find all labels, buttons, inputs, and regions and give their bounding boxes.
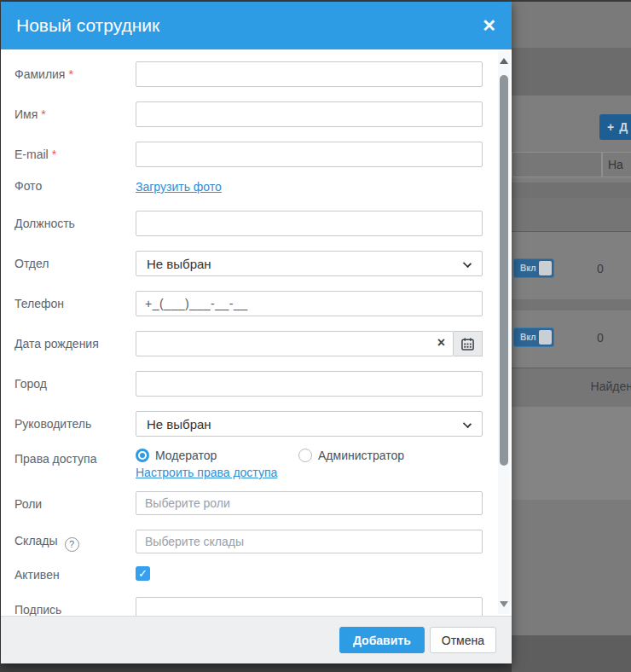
signature-label: Подпись <box>14 603 61 616</box>
department-label: Отдел <box>14 257 49 270</box>
calendar-icon <box>461 338 474 350</box>
warehouses-label: Склады? <box>14 534 79 552</box>
found-count-label: Найден <box>591 379 631 393</box>
field-row-birth-date: Дата рождения × <box>1 331 512 356</box>
department-selected-value: Не выбран <box>147 257 211 271</box>
toggle-knob <box>539 330 552 345</box>
radio-administrator-label[interactable]: Администратор <box>318 449 404 462</box>
help-icon[interactable]: ? <box>65 537 79 552</box>
field-row-position: Должность <box>1 211 512 236</box>
toggle-knob <box>539 261 552 275</box>
roles-input[interactable] <box>136 491 483 515</box>
scroll-down-icon[interactable] <box>500 601 508 607</box>
row-divider <box>512 299 631 310</box>
field-row-city: Город <box>1 371 512 397</box>
table-footer-row: Найден <box>512 368 631 407</box>
field-row-warehouses: Склады? <box>1 530 512 553</box>
field-row-photo: Фото Загрузить фото <box>1 177 512 196</box>
department-select[interactable]: Не выбран <box>136 251 483 276</box>
birth-date-label: Дата рождения <box>14 337 99 350</box>
chevron-down-icon <box>463 420 472 428</box>
radio-administrator[interactable] <box>298 449 312 462</box>
email-input[interactable] <box>136 142 483 167</box>
photo-label: Фото <box>14 179 42 193</box>
backdrop-band <box>512 407 631 500</box>
close-icon[interactable]: ✕ <box>482 17 496 34</box>
first-name-input[interactable] <box>136 101 483 127</box>
modal-footer: Добавить Отмена <box>1 616 512 663</box>
filter-cell-label: На <box>608 158 623 171</box>
phone-input[interactable] <box>136 291 483 316</box>
position-input[interactable] <box>136 211 483 236</box>
birth-date-input[interactable] <box>136 331 454 356</box>
first-name-label: Имя* <box>14 107 46 121</box>
last-name-label: Фамилия* <box>14 67 73 81</box>
upload-photo-link[interactable]: Загрузить фото <box>136 180 222 194</box>
signature-input[interactable] <box>136 597 483 616</box>
field-row-access-rights: Права доступа Модератор Администратор На… <box>1 448 512 482</box>
scrollbar-thumb[interactable] <box>500 75 508 466</box>
add-employee-button-dimmed[interactable]: + Д <box>599 114 631 140</box>
city-label: Город <box>14 377 47 391</box>
field-row-first-name: Имя* <box>1 101 512 127</box>
plus-icon: + <box>607 120 614 134</box>
field-row-manager: Руководитель Не выбран <box>1 411 512 437</box>
modal-title: Новый сотрудник <box>16 15 159 36</box>
backdrop-band <box>512 500 631 635</box>
new-employee-modal: Новый сотрудник ✕ Фамилия* Имя* E-mail* … <box>1 2 512 663</box>
check-icon: ✓ <box>138 567 148 580</box>
backdrop-band <box>512 635 631 672</box>
modal-scrollbar[interactable] <box>498 51 510 614</box>
manager-select[interactable]: Не выбран <box>136 411 483 437</box>
manager-label: Руководитель <box>14 417 91 431</box>
page-backdrop: + Д На Активен Сортир Вкл 0 Вкл 0 Найден <box>512 0 631 672</box>
field-row-email: E-mail* <box>1 142 512 167</box>
modal-header: Новый сотрудник ✕ <box>1 2 512 49</box>
table-header-row: Активен Сортир <box>512 198 631 232</box>
sort-value: 0 <box>597 262 604 275</box>
backdrop-separator-band <box>512 182 631 198</box>
calendar-button[interactable] <box>454 331 483 356</box>
table-row: Вкл 0 <box>512 232 631 299</box>
position-label: Должность <box>14 217 75 230</box>
field-row-phone: Телефон <box>1 291 512 316</box>
chevron-down-icon <box>463 259 472 268</box>
filter-cell-dimmed[interactable]: На <box>602 152 631 177</box>
configure-access-link[interactable]: Настроить права доступа <box>136 466 277 479</box>
field-row-last-name: Фамилия* <box>1 61 512 87</box>
required-mark: * <box>52 148 56 161</box>
sort-value: 0 <box>597 331 604 345</box>
scroll-up-icon[interactable] <box>500 58 508 64</box>
toggle-label: Вкл <box>520 264 536 273</box>
city-input[interactable] <box>136 371 483 397</box>
last-name-input[interactable] <box>136 61 483 87</box>
active-toggle[interactable]: Вкл <box>513 258 554 278</box>
field-row-department: Отдел Не выбран <box>1 251 512 276</box>
required-mark: * <box>41 107 45 121</box>
field-row-roles: Роли <box>1 491 512 515</box>
backdrop-page-header-band <box>512 48 631 96</box>
add-button[interactable]: Добавить <box>339 627 425 653</box>
email-label: E-mail* <box>14 148 56 161</box>
phone-label: Телефон <box>14 297 64 310</box>
radio-moderator[interactable] <box>136 449 149 462</box>
required-mark: * <box>68 67 72 81</box>
roles-label: Роли <box>14 497 42 511</box>
radio-moderator-label[interactable]: Модератор <box>155 449 217 462</box>
active-label: Активен <box>14 568 60 582</box>
table-row: Вкл 0 <box>512 310 631 368</box>
add-button-label: Д <box>619 120 628 134</box>
access-rights-label: Права доступа <box>14 452 96 466</box>
warehouses-input[interactable] <box>136 530 483 553</box>
backdrop-band <box>512 2 631 48</box>
manager-selected-value: Не выбран <box>147 417 211 432</box>
field-row-active: Активен ✓ <box>1 566 512 583</box>
cancel-button[interactable]: Отмена <box>430 627 496 653</box>
field-row-signature: Подпись <box>1 597 512 616</box>
clear-icon[interactable]: × <box>437 336 445 350</box>
modal-body: Фамилия* Имя* E-mail* Фото Загрузить фот… <box>1 49 512 616</box>
toggle-label: Вкл <box>520 333 536 342</box>
active-checkbox[interactable]: ✓ <box>136 566 150 581</box>
active-toggle[interactable]: Вкл <box>513 327 554 347</box>
search-input-dimmed[interactable] <box>512 152 602 177</box>
